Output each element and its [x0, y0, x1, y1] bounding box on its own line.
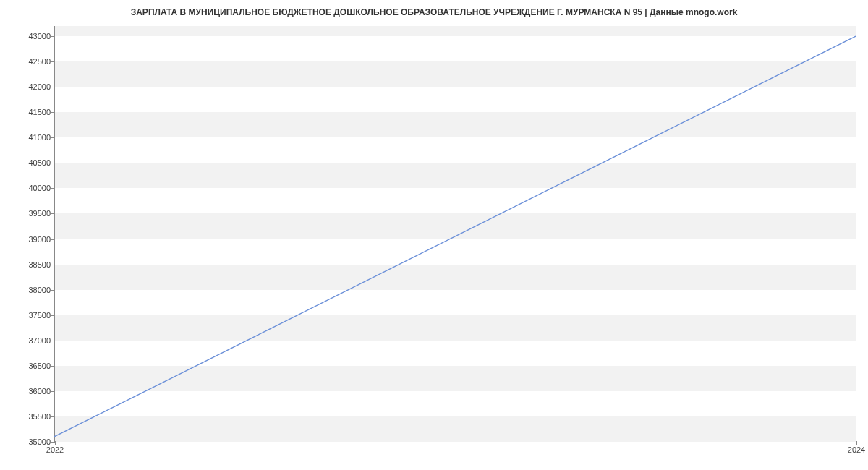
y-tick-label: 36500 — [28, 362, 51, 370]
y-tick-label: 43000 — [28, 32, 51, 40]
chart-container: 3500035500360003650037000375003800038500… — [54, 26, 856, 442]
x-tick-label: 2022 — [46, 445, 64, 454]
y-tick-label: 37500 — [28, 311, 51, 320]
x-tick-label: 2024 — [848, 445, 865, 454]
chart-title: ЗАРПЛАТА В МУНИЦИПАЛЬНОЕ БЮДЖЕТНОЕ ДОШКО… — [0, 0, 868, 23]
y-tick-label: 42000 — [28, 82, 51, 91]
y-tick-label: 36000 — [28, 387, 51, 396]
y-tick-label: 39000 — [28, 235, 51, 244]
y-tick-label: 37000 — [28, 336, 51, 345]
y-tick-label: 42500 — [28, 57, 51, 66]
y-tick-label: 38000 — [28, 286, 51, 294]
y-tick-label: 41000 — [28, 133, 51, 142]
y-tick-label: 41500 — [28, 108, 51, 116]
y-tick-label: 39500 — [28, 209, 51, 218]
y-tick-label: 35500 — [28, 412, 51, 421]
y-tick-label: 40000 — [28, 184, 51, 192]
y-tick-label: 38500 — [28, 260, 51, 269]
y-tick-label: 40500 — [28, 158, 51, 167]
x-tick-mark — [856, 441, 857, 445]
line-layer — [54, 26, 856, 442]
series-line — [54, 36, 856, 437]
